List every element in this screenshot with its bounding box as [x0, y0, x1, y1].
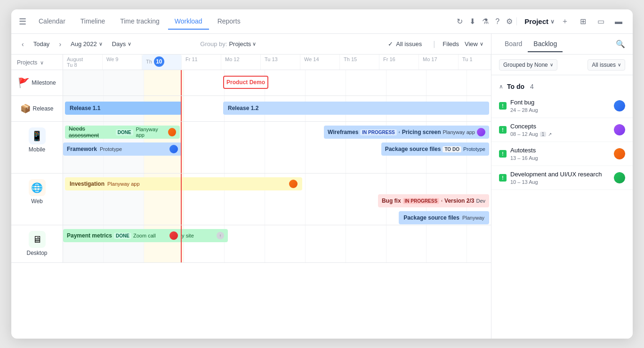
tab-calendar[interactable]: Calendar — [32, 14, 72, 30]
release-label: 📦 Release — [11, 96, 63, 121]
package-source-files-bar[interactable]: Package source files TO DO Prototype — [381, 142, 489, 156]
issue-icon: ! — [499, 126, 507, 134]
day-header-1: We 9 — [103, 55, 142, 70]
day-header-2: Th 10 — [142, 55, 182, 70]
tab-backlog[interactable]: Backlog — [528, 36, 563, 52]
section-chevron-icon: ∧ — [499, 83, 503, 90]
day-header-3: Fr 11 — [182, 55, 221, 70]
calendar-toolbar: ‹ Today › Aug 2022 ∨ Days ∨ Group by: Pr… — [11, 34, 491, 55]
refresh-icon[interactable]: ↻ — [457, 17, 463, 26]
group-by-selector[interactable]: Group by: Projects ∨ — [200, 40, 256, 47]
tab-timetracking[interactable]: Time tracking — [113, 14, 166, 30]
milestone-label: 🚩 Milestone — [11, 70, 63, 95]
avatar — [614, 148, 625, 159]
search-icon[interactable]: 🔍 — [616, 40, 625, 48]
board-view-icon[interactable]: ▬ — [612, 15, 625, 28]
todo-section-header[interactable]: ∧ To do 4 — [491, 79, 633, 94]
cell — [346, 225, 386, 262]
backlog-item-concepts[interactable]: ! Concepts 08 – 12 Aug 1 ↗ — [491, 118, 633, 142]
issue-info: Autotests 13 – 16 Aug — [510, 147, 610, 161]
bug-fix-bar[interactable]: Bug fix IN PROGRESS ‹ Version 2/3 Dev — [378, 194, 489, 207]
issue-info: Concepts 08 – 12 Aug 1 ↗ — [510, 123, 610, 137]
filter-icon[interactable]: ⚗ — [482, 17, 489, 26]
tab-workload[interactable]: Workload — [168, 14, 209, 30]
view-button[interactable]: View ∨ — [465, 40, 483, 47]
view-label: View — [465, 40, 478, 47]
web-label: 🌐 Web — [11, 174, 63, 225]
nav-icons: ↻ ⬇ ⚗ ? ⚙ — [457, 17, 513, 26]
right-panel-tabs: Board Backlog 🔍 — [491, 34, 633, 55]
download-icon[interactable]: ⬇ — [469, 17, 475, 26]
projects-chevron-icon: ∨ — [40, 60, 44, 66]
settings-icon[interactable]: ⚙ — [506, 17, 513, 26]
day-header-6: We 14 — [300, 55, 340, 70]
day-header-4: Mo 12 — [221, 55, 261, 70]
grouped-by-chevron-icon: ∨ — [550, 62, 553, 67]
web-row: 🌐 Web — [11, 174, 491, 225]
help-icon[interactable]: ? — [495, 17, 499, 26]
release-1-2-bar[interactable]: Release 1.2 — [223, 102, 489, 115]
pricing-screen-bar[interactable]: Wireframes IN PROGRESS ‹ Pricing screen … — [324, 126, 489, 139]
avatar — [614, 100, 625, 111]
day-header-8: Fr 16 — [379, 55, 419, 70]
grouped-by-button[interactable]: Grouped by None ∨ — [499, 59, 557, 71]
today-line — [181, 122, 182, 173]
avatar — [168, 128, 176, 136]
tab-board[interactable]: Board — [499, 36, 528, 52]
group-by-value: Projects ∨ — [229, 40, 256, 47]
days-selector[interactable]: Days ∨ — [109, 39, 135, 49]
menu-icon[interactable]: ☰ — [19, 16, 26, 27]
list-view-icon[interactable]: ▭ — [594, 15, 607, 28]
cell — [386, 225, 427, 262]
group-by-value-text: Projects — [229, 40, 251, 47]
all-issues-right-button[interactable]: All issues ∨ — [588, 59, 625, 71]
day-name-10: Tu 1 — [462, 56, 487, 62]
cell — [306, 174, 346, 225]
cell-today — [144, 70, 185, 95]
right-toolbar: Grouped by None ∨ All issues ∨ — [491, 55, 633, 75]
backlog-item-dev-research[interactable]: ! Development and UI/UX research 10 – 13… — [491, 166, 633, 190]
add-button[interactable]: ＋ — [558, 15, 572, 28]
days-chevron-icon: ∨ — [128, 41, 131, 47]
cell — [386, 70, 427, 95]
package-source-files-web-bar[interactable]: Package source files Planyway — [399, 211, 489, 224]
projects-header[interactable]: Projects ∨ — [11, 55, 63, 70]
investigation-bar[interactable]: Investigation Planyway app — [65, 177, 302, 190]
mobile-content: Needs assessment DONE Planyway app Wiref… — [63, 122, 491, 173]
month-label: Aug 2022 — [71, 40, 97, 47]
release-1-1-bar[interactable]: Release 1.1 — [65, 102, 182, 115]
day-name-0: Tu 8 — [67, 62, 98, 68]
calendar-body: 🚩 Milestone — [11, 70, 491, 263]
month-selector[interactable]: Aug 2022 ∨ — [68, 39, 105, 49]
today-button[interactable]: Today — [29, 39, 55, 49]
framework-bar[interactable]: Framework Prototype — [63, 142, 182, 156]
backlog-item-autotests[interactable]: ! Autotests 13 – 16 Aug — [491, 142, 633, 166]
milestone-row: 🚩 Milestone — [11, 70, 491, 96]
mobile-name: Mobile — [29, 146, 45, 153]
grouped-by-label: Grouped by None — [503, 62, 548, 68]
cell — [63, 70, 104, 95]
today-line — [181, 70, 182, 95]
tab-reports[interactable]: Reports — [211, 14, 247, 30]
backlog-item-fontbug[interactable]: ! Font bug 24 – 28 Aug — [491, 94, 633, 118]
grid-view-icon[interactable]: ⊞ — [576, 15, 589, 28]
needs-assessment-bar[interactable]: Needs assessment DONE Planyway app — [65, 126, 180, 139]
today-line — [181, 96, 182, 121]
day-name-5: Tu 13 — [265, 56, 296, 62]
desktop-name: Desktop — [26, 250, 47, 256]
desktop-icon: 🖥 — [29, 231, 46, 248]
cell — [427, 70, 467, 95]
all-issues-button[interactable]: ✓ All issues — [384, 39, 426, 49]
right-panel: Board Backlog 🔍 Grouped by None ∨ All is… — [491, 34, 633, 339]
next-period-button[interactable]: › — [56, 39, 64, 50]
fileds-button[interactable]: Fileds — [443, 40, 459, 47]
month-chevron-icon: ∨ — [99, 41, 103, 47]
tab-timeline[interactable]: Timeline — [74, 14, 112, 30]
project-selector[interactable]: Project ∨ — [516, 17, 555, 25]
backlog-content: ∧ To do 4 ! Font bug 24 – 28 Aug — [491, 75, 633, 339]
payment-metrics-bar[interactable]: Payment metrics DONE Zoom call — [63, 229, 182, 242]
release-name: Release — [32, 105, 53, 112]
calendar-header-row: Projects ∨ August Tu 8 We 9 — [11, 55, 491, 70]
prev-period-button[interactable]: ‹ — [19, 39, 27, 50]
product-demo-bar[interactable]: Product Demo — [223, 76, 268, 89]
